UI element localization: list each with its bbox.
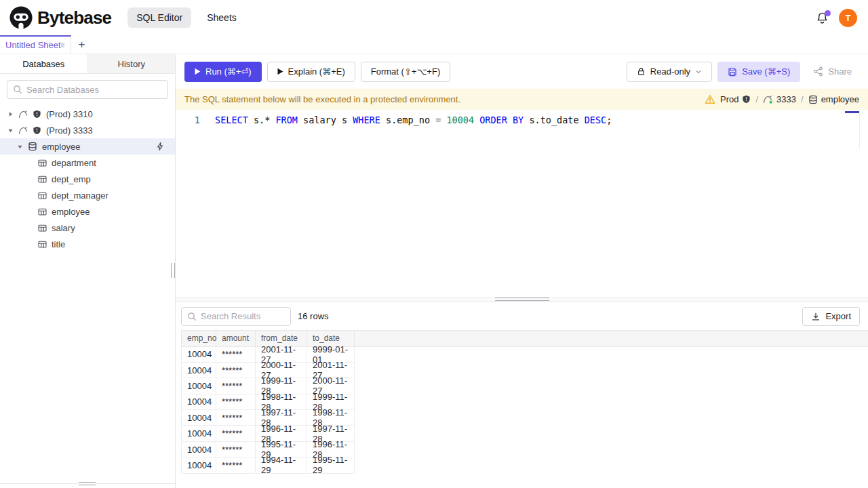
- table-cell: ******: [216, 410, 256, 426]
- unsaved-dot-icon: [61, 43, 64, 47]
- table-cell: 10004: [181, 458, 216, 473]
- editor-toolbar: Run (⌘+⏎) Explain (⌘+E) Format (⇧+⌥+F) R…: [176, 54, 868, 89]
- column-header-emp_no[interactable]: emp_no: [181, 331, 216, 346]
- line-number: 1: [176, 114, 200, 127]
- caret-down-icon[interactable]: [7, 127, 14, 134]
- database-search: [7, 80, 168, 99]
- share-button[interactable]: Share: [806, 62, 859, 82]
- table-cell: 10004: [181, 347, 216, 363]
- column-header-filler: [355, 331, 868, 346]
- tree-item-dept-manager[interactable]: dept_manager: [0, 187, 175, 203]
- avatar[interactable]: T: [839, 9, 857, 27]
- tree-item-prod-3333[interactable]: (Prod) 3333: [0, 122, 175, 138]
- database-label: employee: [821, 94, 859, 104]
- table-cell: 10004: [181, 426, 216, 441]
- sql-code-line: SELECT s.* FROM salary s WHERE s.emp_no …: [215, 114, 612, 127]
- search-icon: [13, 85, 22, 94]
- table-cell: ******: [216, 394, 256, 410]
- tree-item-prod-3310[interactable]: (Prod) 3310: [0, 106, 175, 122]
- run-label: Run (⌘+⏎): [205, 66, 252, 77]
- sql-token: s.to_date: [524, 115, 584, 125]
- new-sheet-button[interactable]: +: [71, 35, 92, 54]
- tree-item-label: employee: [52, 207, 90, 217]
- table-icon: [38, 159, 47, 167]
- tree-item-label: (Prod) 3333: [46, 125, 93, 136]
- sql-token: FROM: [275, 115, 298, 125]
- tree-item-employee[interactable]: employee: [0, 138, 175, 155]
- notification-bell-icon[interactable]: [816, 12, 829, 24]
- tree-item-department[interactable]: department: [0, 155, 175, 171]
- minimap-code-line: [845, 111, 859, 113]
- mysql-icon: [18, 109, 28, 119]
- primary-nav: SQL Editor Sheets: [127, 7, 245, 28]
- tab-untitled-sheet[interactable]: Untitled Sheet: [0, 35, 71, 54]
- tree-item-dept-emp[interactable]: dept_emp: [0, 171, 175, 187]
- format-button[interactable]: Format (⇧+⌥+F): [361, 62, 450, 82]
- bytebase-logo: [9, 6, 33, 29]
- share-icon: [813, 66, 823, 77]
- sql-token: s.*: [248, 115, 276, 125]
- search-icon: [187, 312, 197, 321]
- database-icon: [808, 95, 818, 104]
- sql-editor[interactable]: 1 SELECT s.* FROM salary s WHERE s.emp_n…: [176, 110, 868, 297]
- table-cell: 10004: [181, 394, 216, 410]
- lightning-icon[interactable]: [155, 142, 165, 151]
- shield-icon: [33, 126, 41, 135]
- results-search-input[interactable]: [201, 311, 285, 321]
- run-button[interactable]: Run (⌘+⏎): [184, 62, 262, 82]
- splitter-handle-icon: [495, 298, 549, 301]
- table-cell: ******: [216, 378, 256, 394]
- results-splitter[interactable]: [176, 297, 868, 302]
- minimap[interactable]: [846, 110, 860, 149]
- breadcrumb-environment[interactable]: Prod: [720, 94, 751, 104]
- sheet-tabbar: Untitled Sheet +: [0, 35, 868, 54]
- breadcrumb-separator: /: [801, 94, 804, 104]
- breadcrumb-database[interactable]: employee: [808, 94, 859, 104]
- readonly-mode-button[interactable]: Read-only: [627, 62, 712, 82]
- breadcrumb-separator: /: [755, 94, 758, 104]
- tab-databases[interactable]: Databases: [0, 54, 88, 73]
- breadcrumb-instance[interactable]: 3333: [763, 94, 796, 104]
- table-cell: 10004: [181, 363, 216, 378]
- banner-message: The SQL statement below will be executed…: [184, 94, 460, 104]
- caret-right-icon[interactable]: [7, 111, 14, 117]
- sql-token: BY: [513, 115, 524, 125]
- results-table: emp_noamountfrom_dateto_date 10004******…: [181, 330, 868, 488]
- sidebar-bottom-resize-handle[interactable]: [79, 482, 96, 485]
- sql-token: 10004: [446, 115, 474, 125]
- sql-token: ;: [606, 115, 612, 125]
- tree-item-title[interactable]: title: [0, 236, 175, 252]
- database-search-input[interactable]: [26, 85, 162, 95]
- table-cell: 1995-11-29: [307, 458, 355, 473]
- row-count: 16 rows: [298, 311, 329, 321]
- tree-item-employee[interactable]: employee: [0, 203, 175, 220]
- tab-history[interactable]: History: [88, 54, 176, 73]
- table-icon: [38, 207, 47, 216]
- export-button[interactable]: Export: [802, 307, 860, 326]
- nav-sheets[interactable]: Sheets: [198, 7, 245, 28]
- caret-down-icon[interactable]: [17, 144, 23, 150]
- nav-sql-editor[interactable]: SQL Editor: [127, 7, 191, 28]
- table-row[interactable]: 10004******1994-11-291995-11-29: [181, 458, 868, 473]
- table-cell: ******: [216, 426, 256, 441]
- sidebar-resize-handle[interactable]: [171, 263, 175, 278]
- play-icon: [277, 68, 283, 75]
- app-header: Bytebase SQL Editor Sheets T: [0, 0, 868, 35]
- mysql-icon: [763, 94, 773, 104]
- tree-item-label: dept_emp: [52, 174, 91, 184]
- table-icon: [38, 175, 47, 184]
- database-tree: (Prod) 3310(Prod) 3333employeedepartment…: [0, 106, 175, 252]
- tree-item-label: title: [52, 239, 65, 249]
- tree-item-label: salary: [52, 223, 75, 233]
- save-button[interactable]: Save (⌘+S): [717, 62, 800, 82]
- tree-item-salary[interactable]: salary: [0, 220, 175, 236]
- table-icon: [38, 240, 47, 249]
- sheet-tab-label: Untitled Sheet: [5, 40, 61, 50]
- explain-button[interactable]: Explain (⌘+E): [267, 62, 355, 82]
- format-label: Format (⇧+⌥+F): [371, 66, 440, 77]
- table-cell: 10004: [181, 378, 216, 394]
- share-label: Share: [828, 66, 852, 77]
- column-header-amount[interactable]: amount: [216, 331, 256, 346]
- table-cell: ******: [216, 442, 256, 458]
- sql-token: [507, 115, 513, 125]
